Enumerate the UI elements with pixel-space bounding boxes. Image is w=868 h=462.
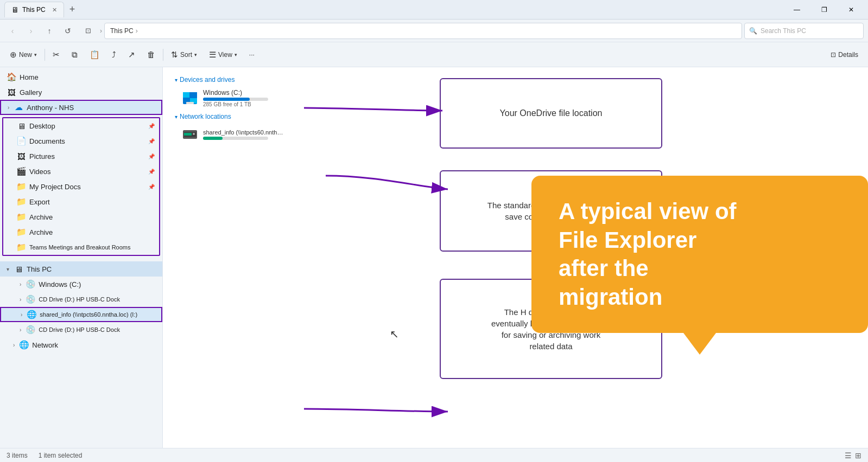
sidebar-item-desktop[interactable]: 🖥 Desktop 📌 [3, 118, 159, 133]
archive2-label: Archive [29, 228, 53, 236]
breadcrumb-separator: › [136, 27, 138, 35]
status-selected: 1 item selected [39, 452, 83, 459]
maximize-button[interactable]: ❐ [812, 2, 837, 18]
delete-button[interactable]: 🗑 [142, 46, 161, 63]
new-icon: ⊕ [10, 50, 17, 60]
videos-pin-icon: 📌 [148, 169, 155, 175]
cddrive1-label: CD Drive (D:) HP USB-C Dock [39, 296, 120, 303]
details-panel-icon: ⊡ [831, 51, 836, 59]
shared-info-item[interactable]: shared_info (\\ntpcts60.nntha.loc) (I:) [168, 124, 291, 145]
sidebar-item-export[interactable]: 📁 Export [3, 194, 159, 209]
sidebar-item-pictures[interactable]: 🖼 Pictures 📌 [3, 149, 159, 164]
sidebar-item-sharedinfo[interactable]: › 🌐 shared_info (\\ntpcts60.nntha.loc) (… [0, 307, 162, 322]
list-view-icon[interactable]: ☰ [845, 451, 852, 460]
new-chevron-icon: ▾ [34, 52, 37, 57]
desktop-label: Desktop [29, 122, 55, 130]
copy-icon: ⧉ [72, 50, 78, 60]
devices-label: Devices and drives [180, 76, 235, 84]
share-button[interactable]: ⤴ [106, 46, 122, 63]
cddrive2-chevron-icon: › [20, 327, 21, 333]
sidebar-item-myprojectdocs[interactable]: 📁 My Project Docs 📌 [3, 179, 159, 194]
sidebar-item-thispc[interactable]: ▾ 🖥 This PC [0, 261, 162, 277]
forward-button[interactable]: › [23, 23, 39, 39]
callout-line3: after the [559, 255, 649, 281]
devices-header[interactable]: ▾ Devices and drives [168, 73, 291, 87]
callout-line2: File Explorer [559, 227, 696, 253]
new-tab-button[interactable]: + [66, 4, 79, 15]
sidebar-item-network[interactable]: › 🌐 Network [0, 337, 162, 352]
onedrive-icon: ☁ [14, 102, 23, 112]
new-button[interactable]: ⊕ New ▾ [4, 46, 42, 63]
sidebar-item-home[interactable]: 🏠 Home [0, 69, 162, 85]
desktop-pin-icon: 📌 [148, 123, 155, 129]
more-button[interactable]: ··· [244, 46, 260, 63]
gallery-label: Gallery [20, 88, 42, 97]
sidebar-item-gallery[interactable]: 🖼 Gallery [0, 85, 162, 100]
videos-label: Videos [29, 168, 51, 176]
network-section-header[interactable]: ▾ Network locations [168, 110, 291, 124]
refresh-button[interactable]: ↺ [60, 23, 76, 39]
window-controls: — ❐ ✕ [784, 2, 864, 18]
teamsmeetings-label: Teams Meetings and Breakout Rooms [29, 244, 130, 251]
thispc-chevron-icon: ▾ [7, 266, 9, 272]
view-button[interactable]: ☰ View ▾ [204, 46, 243, 63]
sidebar-item-cddrive2[interactable]: › 💿 CD Drive (D:) HP USB-C Dock [0, 322, 162, 337]
grid-view-icon[interactable]: ⊞ [855, 451, 861, 460]
documents-icon: 📄 [16, 136, 26, 146]
sidebar-item-documents[interactable]: 📄 Documents 📌 [3, 133, 159, 149]
sharedinfo-icon: 🌐 [27, 310, 36, 319]
anthony-chevron-icon: › [8, 105, 9, 111]
active-tab[interactable]: 🖥 This PC ✕ [4, 2, 64, 17]
network-chevron-icon: › [13, 342, 15, 348]
minimize-button[interactable]: — [784, 2, 809, 18]
windowsc-icon: 💿 [26, 279, 35, 289]
tab-folder-icon: 🖥 [11, 5, 19, 14]
cddrive2-label: CD Drive (D:) HP USB-C Dock [39, 326, 120, 333]
search-bar[interactable]: 🔍 Search This PC [744, 23, 864, 39]
breadcrumb-thispc: This PC [110, 27, 134, 35]
arrow-folders [320, 159, 456, 208]
gallery-icon: 🖼 [7, 88, 16, 97]
up-button[interactable]: ↑ [41, 23, 58, 39]
paste-button[interactable]: 📋 [84, 46, 105, 63]
sidebar-item-anthony[interactable]: › ☁ Anthony - NHS [0, 100, 162, 115]
sidebar-item-cddrive1[interactable]: › 💿 CD Drive (D:) HP USB-C Dock [0, 292, 162, 307]
pictures-icon: 🖼 [16, 152, 26, 161]
copy-button[interactable]: ⧉ [66, 46, 83, 63]
details-label: Details [838, 51, 858, 59]
pictures-pin-icon: 📌 [148, 153, 155, 159]
cursor: ↖ [390, 328, 399, 341]
windows-drive-item[interactable]: Windows (C:) 285 GB free of 1 TB [168, 87, 291, 110]
sidebar-item-videos[interactable]: 🎬 Videos 📌 [3, 164, 159, 179]
move-icon: ↗ [128, 50, 135, 60]
documents-pin-icon: 📌 [148, 138, 155, 144]
delete-icon: 🗑 [147, 50, 155, 59]
sort-button[interactable]: ⇅ Sort ▾ [166, 46, 202, 63]
close-button[interactable]: ✕ [839, 2, 864, 18]
sidebar-item-windowsc[interactable]: › 💿 Windows (C:) [0, 277, 162, 292]
pictures-label: Pictures [29, 152, 55, 161]
breadcrumb-bar[interactable]: This PC › [104, 23, 742, 39]
myprojectdocs-label: My Project Docs [29, 183, 81, 191]
tab-close-button[interactable]: ✕ [52, 7, 57, 14]
callout-line4: migration [559, 284, 662, 310]
archive2-icon: 📁 [16, 227, 26, 237]
sidebar: 🏠 Home 🖼 Gallery › ☁ Anthony - NHS 🖥 Des… [0, 67, 163, 448]
tab-label: This PC [22, 6, 46, 14]
move-button[interactable]: ↗ [123, 46, 141, 63]
cut-button[interactable]: ✂ [47, 46, 65, 63]
shared-info-bar-inner [203, 137, 223, 140]
windows-drive-details: Windows (C:) 285 GB free of 1 TB [203, 89, 268, 107]
view-toggle-button[interactable]: ⊡ [78, 23, 98, 39]
paste-icon: 📋 [90, 50, 100, 60]
search-placeholder: Search This PC [761, 27, 806, 35]
cddrive1-chevron-icon: › [20, 297, 21, 303]
shared-info-bar-outer [203, 137, 268, 140]
windows-drive-bar-inner [203, 98, 250, 101]
sidebar-item-archive1[interactable]: 📁 Archive [3, 209, 159, 224]
svg-rect-1 [183, 92, 189, 98]
sidebar-item-archive2[interactable]: 📁 Archive [3, 224, 159, 240]
details-button[interactable]: ⊡ Details [825, 48, 864, 61]
sidebar-item-teamsmeetings[interactable]: 📁 Teams Meetings and Breakout Rooms [3, 240, 159, 255]
back-button[interactable]: ‹ [4, 23, 21, 39]
